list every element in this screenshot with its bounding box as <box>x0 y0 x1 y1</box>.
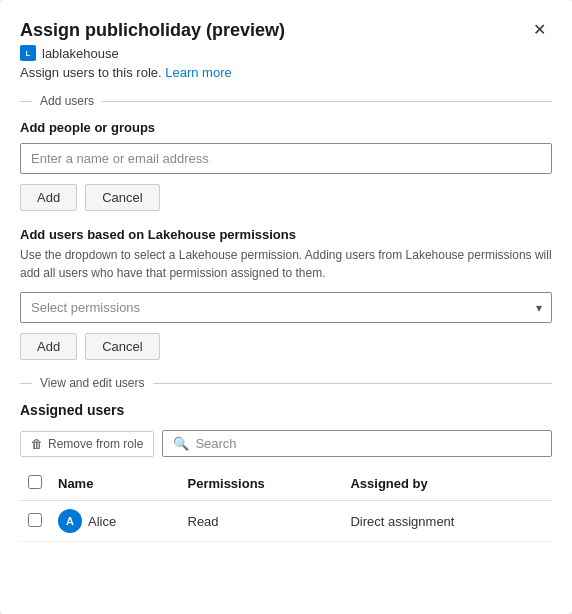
add-users-divider: Add users <box>20 94 552 108</box>
cancel-button-2[interactable]: Cancel <box>85 333 159 360</box>
subtitle: Assign users to this role. Learn more <box>20 65 552 80</box>
lakehouse-section-desc: Use the dropdown to select a Lakehouse p… <box>20 246 552 282</box>
table-header-assigned-by: Assigned by <box>342 467 552 501</box>
view-edit-divider: View and edit users <box>20 376 552 390</box>
search-box: 🔍 <box>162 430 552 457</box>
close-button[interactable]: ✕ <box>527 20 552 40</box>
remove-icon: 🗑 <box>31 437 43 451</box>
add-button-1[interactable]: Add <box>20 184 77 211</box>
select-all-checkbox[interactable] <box>28 475 42 489</box>
search-input[interactable] <box>195 436 541 451</box>
name-email-input[interactable] <box>20 143 552 174</box>
add-cancel-row-2: Add Cancel <box>20 333 552 360</box>
row-name-cell: A Alice <box>50 501 180 542</box>
remove-from-role-button[interactable]: 🗑 Remove from role <box>20 431 154 457</box>
row-assigned-by-cell: Direct assignment <box>342 501 552 542</box>
add-button-2[interactable]: Add <box>20 333 77 360</box>
avatar: A <box>58 509 82 533</box>
permissions-select-wrapper: Select permissions Select permissions ▾ <box>20 292 552 323</box>
cancel-button-1[interactable]: Cancel <box>85 184 159 211</box>
row-permissions-cell: Read <box>180 501 343 542</box>
row-checkbox-cell <box>20 501 50 542</box>
dialog-title: Assign publicholiday (preview) <box>20 20 285 41</box>
toolbar-row: 🗑 Remove from role 🔍 <box>20 430 552 457</box>
assign-role-dialog: Assign publicholiday (preview) ✕ L labla… <box>0 0 572 614</box>
row-checkbox[interactable] <box>28 513 42 527</box>
permissions-select[interactable]: Select permissions Select permissions <box>20 292 552 323</box>
org-name: lablakehouse <box>42 46 119 61</box>
learn-more-link[interactable]: Learn more <box>165 65 231 80</box>
org-icon: L <box>20 45 36 61</box>
table-row: A Alice Read Direct assignment <box>20 501 552 542</box>
lakehouse-section-title: Add users based on Lakehouse permissions <box>20 227 552 242</box>
add-cancel-row: Add Cancel <box>20 184 552 211</box>
table-header-name: Name <box>50 467 180 501</box>
org-row: L lablakehouse <box>20 45 552 61</box>
table-header-permissions: Permissions <box>180 467 343 501</box>
user-name: Alice <box>88 514 116 529</box>
search-icon: 🔍 <box>173 436 189 451</box>
users-table: Name Permissions Assigned by A Alice <box>20 467 552 542</box>
table-header-checkbox <box>20 467 50 501</box>
dialog-header: Assign publicholiday (preview) ✕ <box>20 20 552 41</box>
add-people-label: Add people or groups <box>20 120 552 135</box>
assigned-users-title: Assigned users <box>20 402 552 418</box>
